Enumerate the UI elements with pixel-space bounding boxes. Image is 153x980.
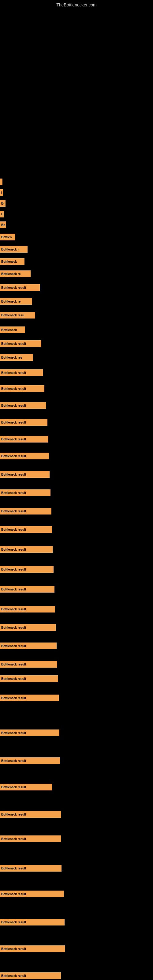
bar-fill: Bottleneck result: [0, 419, 48, 426]
bar-fill: Bottleneck result: [0, 675, 58, 682]
bar-row: Bottleneck resu: [0, 312, 35, 318]
bar-fill: B: [0, 211, 4, 218]
bar-label: Bottleneck result: [1, 892, 26, 896]
bar-fill: Bottleneck result: [0, 606, 55, 612]
bar-row: Bottleneck result: [0, 661, 57, 668]
bar-label: Bottleneck result: [1, 947, 26, 951]
bar-label: Bottleneck result: [1, 491, 26, 495]
bar-label: Bo: [1, 202, 4, 205]
bar-label: Bottleneck result: [1, 342, 26, 345]
bar-fill: Bottleneck result: [0, 624, 56, 631]
bar-label: Bottleneck result: [1, 644, 26, 648]
bar-row: Bottleneck result: [0, 369, 43, 376]
bar-fill: Bottleneck result: [0, 643, 57, 649]
bar-fill: Bottleneck result: [0, 284, 40, 291]
bar-fill: Bottleneck result: [0, 453, 49, 460]
site-title-container: TheBottlenecker.com: [0, 0, 153, 9]
bar-row: Bottleneck result: [0, 546, 53, 553]
bar-fill: Bottleneck result: [0, 566, 54, 573]
bar-row: Bottleneck result: [0, 835, 61, 842]
bar-label: Bottleneck result: [1, 421, 26, 424]
bar-fill: Bottleneck result: [0, 546, 53, 553]
bar-row: B: [0, 189, 3, 196]
bar-label: Bottleneck result: [1, 588, 26, 591]
bar-row: Bottlen: [0, 234, 15, 240]
bar-label: Bottleneck result: [1, 921, 26, 924]
bar-fill: Bottleneck result: [0, 695, 59, 701]
bar-label: Bottleneck result: [1, 455, 26, 458]
bar-label: Bottleneck r: [1, 248, 19, 251]
bar-fill: Bottleneck result: [0, 865, 62, 872]
bar-fill: Bottleneck res: [0, 354, 33, 361]
bar-row: Bottleneck result: [0, 730, 59, 736]
bar-label: Bottleneck result: [1, 786, 26, 789]
bar-fill: Bottleneck: [0, 326, 25, 333]
bar-fill: Bottleneck result: [0, 526, 52, 533]
bar-label: Bottleneck result: [1, 548, 26, 551]
bar-row: Bottleneck result: [0, 865, 62, 872]
bar-fill: Bottleneck re: [0, 270, 30, 277]
bar-label: Bottleneck result: [1, 677, 26, 681]
bar-fill: Bottleneck result: [0, 811, 61, 818]
bar-label: Bottleneck result: [1, 528, 26, 531]
bar-label: Bottleneck: [1, 260, 17, 263]
bar-fill: Bottleneck result: [0, 757, 60, 764]
bar-row: Bottleneck r: [0, 246, 27, 253]
bar-row: Bottleneck result: [0, 919, 65, 926]
bar-fill: Bottleneck result: [0, 730, 59, 736]
bar-fill: Bottleneck result: [0, 919, 65, 926]
bar-label: Bottleneck result: [1, 568, 26, 571]
bar-row: Bottleneck result: [0, 606, 55, 612]
bar-row: Bottleneck result: [0, 566, 54, 573]
bar-row: Bottleneck result: [0, 945, 65, 952]
bar-row: Bottleneck result: [0, 695, 59, 701]
bar-label: Bottleneck result: [1, 404, 26, 407]
bar-row: Bottleneck result: [0, 526, 52, 533]
bar-row: Bottleneck result: [0, 340, 41, 347]
bar-label: Bottleneck result: [1, 387, 26, 390]
bar-fill: Bottleneck re: [0, 298, 32, 305]
bar-row: Bottleneck result: [0, 586, 54, 593]
bar-label: Bottleneck result: [1, 473, 26, 476]
bar-fill: Bo: [0, 221, 6, 228]
site-title: TheBottlenecker.com: [0, 0, 153, 9]
bar-label: Bottleneck result: [1, 731, 26, 735]
bar-row: Bo: [0, 221, 6, 228]
bar-fill: Bottleneck result: [0, 508, 51, 514]
bar-label: Bottleneck: [1, 328, 17, 332]
bar-row: Bottleneck: [0, 258, 24, 265]
bar-fill: Bottleneck resu: [0, 312, 35, 318]
bar-label: Bottleneck re: [1, 300, 21, 303]
bar-label: Bottleneck result: [1, 286, 26, 290]
bar-fill: [0, 178, 2, 185]
bar-fill: B: [0, 189, 3, 196]
bar-fill: Bottleneck result: [0, 402, 46, 409]
bar-label: Bottleneck resu: [1, 313, 24, 317]
bar-label: Bottleneck result: [1, 813, 26, 816]
bar-row: Bottleneck result: [0, 385, 45, 392]
bar-row: Bottleneck result: [0, 453, 49, 460]
bar-fill: Bottleneck result: [0, 586, 54, 593]
bar-row: Bottleneck result: [0, 284, 40, 291]
bar-fill: Bottleneck result: [0, 945, 65, 952]
bar-label: Bottleneck result: [1, 626, 26, 629]
bar-row: B: [0, 211, 4, 218]
bar-row: Bottleneck result: [0, 624, 56, 631]
bar-row: Bottleneck result: [0, 402, 46, 409]
bar-label: Bottleneck result: [1, 510, 26, 513]
bar-row: Bottleneck result: [0, 489, 51, 496]
bar-label: Bo: [1, 223, 5, 227]
bar-fill: Bo: [0, 200, 5, 207]
bar-fill: Bottleneck result: [0, 385, 45, 392]
bar-label: Bottleneck result: [1, 371, 26, 375]
bar-fill: Bottleneck r: [0, 246, 27, 253]
bar-label: Bottleneck result: [1, 974, 26, 978]
bar-fill: Bottleneck result: [0, 369, 43, 376]
bar-fill: Bottleneck result: [0, 340, 41, 347]
bar-fill: Bottleneck result: [0, 471, 49, 478]
bar-label: Bottleneck re: [1, 272, 21, 275]
bar-row: Bottleneck result: [0, 757, 60, 764]
bar-label: Bottleneck result: [1, 608, 26, 611]
bar-row: Bottleneck: [0, 326, 25, 333]
bar-fill: Bottleneck result: [0, 661, 57, 668]
